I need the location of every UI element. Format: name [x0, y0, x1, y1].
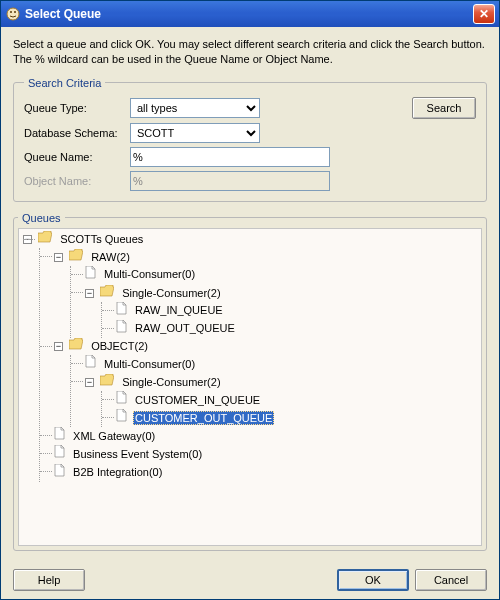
queue-name-field[interactable] [130, 147, 330, 167]
close-icon: ✕ [479, 8, 489, 20]
document-icon [54, 427, 65, 445]
tree-node-single[interactable]: − Single-Consumer(2) CUSTOMER_IN_QUEUE [71, 373, 477, 427]
tree-label: RAW(2) [89, 251, 132, 263]
document-icon [54, 445, 65, 463]
tree-node-single[interactable]: − Single-Consumer(2) RAW_IN_QUEUE [71, 284, 477, 338]
tree-label: Multi-Consumer(0) [102, 358, 197, 370]
tree-leaf[interactable]: RAW_IN_QUEUE [102, 302, 477, 320]
dialog-content: Select a queue and click OK. You may sel… [1, 27, 499, 599]
dialog-button-row: Help OK Cancel [13, 569, 487, 591]
tree-node[interactable]: Business Event System(0) [40, 445, 477, 463]
folder-open-icon [69, 338, 83, 355]
tree-leaf[interactable]: CUSTOMER_IN_QUEUE [102, 391, 477, 409]
tree-label: OBJECT(2) [89, 340, 150, 352]
ok-button[interactable]: OK [337, 569, 409, 591]
document-icon [85, 355, 96, 373]
svg-point-0 [7, 8, 19, 20]
app-icon [5, 6, 21, 22]
help-button[interactable]: Help [13, 569, 85, 591]
expander-icon[interactable]: − [54, 342, 63, 351]
search-criteria-group: Search Criteria Queue Type: all types Se… [13, 77, 487, 202]
tree-label: RAW_IN_QUEUE [133, 304, 225, 316]
folder-open-icon [100, 374, 114, 391]
folder-open-icon [100, 285, 114, 302]
document-icon [116, 409, 127, 427]
folder-open-icon [69, 249, 83, 266]
tree-label: Single-Consumer(2) [120, 376, 222, 388]
tree-root[interactable]: − SCOTTs Queues − RAW(2) [23, 231, 477, 482]
document-icon [116, 302, 127, 320]
tree-node-raw[interactable]: − RAW(2) Multi-Consumer(0) − [40, 248, 477, 337]
queue-name-label: Queue Name: [24, 151, 124, 163]
svg-point-1 [10, 11, 12, 13]
queue-type-label: Queue Type: [24, 102, 124, 114]
expander-icon[interactable]: − [23, 235, 32, 244]
search-criteria-legend: Search Criteria [24, 77, 105, 89]
database-schema-label: Database Schema: [24, 127, 124, 139]
svg-point-2 [14, 11, 16, 13]
object-name-label: Object Name: [24, 175, 124, 187]
select-queue-dialog: Select Queue ✕ Select a queue and click … [0, 0, 500, 600]
tree-label: B2B Integration(0) [71, 466, 164, 478]
tree-label: Multi-Consumer(0) [102, 268, 197, 280]
queues-group: Queues − SCOTTs Queues − RAW(2) [13, 212, 487, 551]
expander-icon[interactable]: − [54, 253, 63, 262]
search-button[interactable]: Search [412, 97, 476, 119]
window-title: Select Queue [25, 7, 473, 21]
tree-label: SCOTTs Queues [58, 233, 145, 245]
queue-type-select[interactable]: all types [130, 98, 260, 118]
queue-tree[interactable]: − SCOTTs Queues − RAW(2) [18, 228, 482, 546]
tree-node[interactable]: B2B Integration(0) [40, 463, 477, 481]
tree-node[interactable]: XML Gateway(0) [40, 427, 477, 445]
database-schema-select[interactable]: SCOTT [130, 123, 260, 143]
tree-label: XML Gateway(0) [71, 430, 157, 442]
instructions-text: Select a queue and click OK. You may sel… [13, 37, 487, 67]
tree-node[interactable]: Multi-Consumer(0) [71, 355, 477, 373]
document-icon [54, 464, 65, 482]
tree-leaf[interactable]: RAW_OUT_QUEUE [102, 320, 477, 338]
tree-label: RAW_OUT_QUEUE [133, 322, 237, 334]
document-icon [85, 266, 96, 284]
tree-leaf-selected[interactable]: CUSTOMER_OUT_QUEUE [102, 409, 477, 427]
tree-label: Single-Consumer(2) [120, 287, 222, 299]
tree-node[interactable]: Multi-Consumer(0) [71, 266, 477, 284]
tree-node-object[interactable]: − OBJECT(2) Multi-Consumer(0) − [40, 338, 477, 427]
titlebar: Select Queue ✕ [1, 1, 499, 27]
queues-legend: Queues [18, 212, 65, 224]
cancel-button[interactable]: Cancel [415, 569, 487, 591]
document-icon [116, 391, 127, 409]
tree-label: CUSTOMER_IN_QUEUE [133, 394, 262, 406]
folder-open-icon [38, 231, 52, 248]
expander-icon[interactable]: − [85, 289, 94, 298]
tree-label-selected: CUSTOMER_OUT_QUEUE [133, 411, 274, 425]
object-name-field [130, 171, 330, 191]
expander-icon[interactable]: − [85, 378, 94, 387]
document-icon [116, 320, 127, 338]
close-button[interactable]: ✕ [473, 4, 495, 24]
tree-label: Business Event System(0) [71, 448, 204, 460]
